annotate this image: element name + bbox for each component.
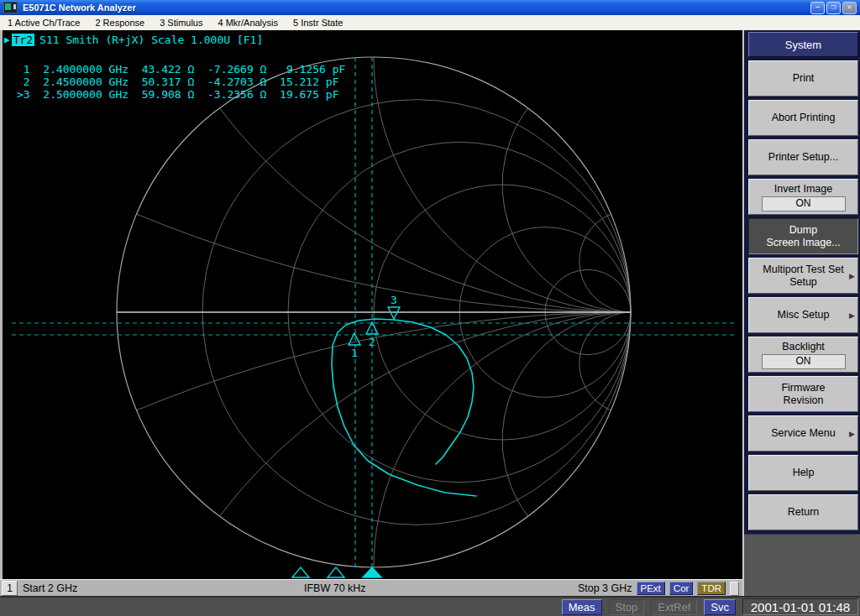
trace-badge[interactable]: Tr2 xyxy=(12,34,34,46)
trace-status-line: ▶ Tr2 S11 Smith (R+jX) Scale 1.000U [F1] xyxy=(4,34,263,46)
softkey-invert-image[interactable]: Invert ImageON xyxy=(748,179,858,215)
softkey-printer-setup[interactable]: Printer Setup... xyxy=(748,139,858,175)
softkey-multiport-test-set-setup[interactable]: Multiport Test SetSetup▶ xyxy=(748,258,858,294)
status-badge-tdr: TDR xyxy=(697,582,726,595)
titlebar: E5071C Network Analyzer − ❐ ✕ xyxy=(0,0,860,15)
softkey-label: Revision xyxy=(784,394,824,407)
instrument-state-extref: ExtRef xyxy=(651,599,697,615)
instrument-state-meas: Meas xyxy=(562,599,602,615)
menu-item-5[interactable]: 5 Instr State xyxy=(286,15,350,30)
marker-readout-table: 1 2.4000000 GHz 43.422 Ω -7.2669 Ω 9.125… xyxy=(17,63,345,101)
softkey-label: Print xyxy=(793,72,815,85)
status-right-group: Stop 3 GHz PExtCorTDR xyxy=(578,582,739,596)
submenu-arrow-icon: ▶ xyxy=(849,269,855,282)
trace-format-label: S11 Smith (R+jX) Scale 1.000U [F1] xyxy=(39,34,263,46)
softkey-dump-screen-image[interactable]: DumpScreen Image... xyxy=(748,218,858,254)
active-trace-arrow-icon: ▶ xyxy=(4,34,10,45)
marker-1-label: 1 xyxy=(351,347,358,359)
softkey-menu-title: System xyxy=(748,32,858,57)
menu-item-1[interactable]: 1 Active Ch/Trace xyxy=(0,15,87,30)
stimulus-marker xyxy=(292,567,309,577)
softkey-label: Multiport Test Set xyxy=(763,264,843,276)
softkey-label: Misc Setup xyxy=(778,309,830,321)
submenu-arrow-icon: ▶ xyxy=(849,309,855,321)
softkey-label: Abort Printing xyxy=(772,112,836,124)
softkey-value-box: ON xyxy=(762,196,846,211)
marker-row: >3 2.5000000 GHz 59.908 Ω -3.2356 Ω 19.6… xyxy=(17,88,345,101)
instrument-state-stop: Stop xyxy=(609,599,645,615)
start-frequency-label: Start 2 GHz xyxy=(23,582,77,594)
minimize-button[interactable]: − xyxy=(810,2,825,14)
ifbw-label: IFBW 70 kHz xyxy=(304,582,366,594)
window-title: E5071C Network Analyzer xyxy=(23,3,136,13)
status-badge-pext: PExt xyxy=(637,582,665,595)
softkey-value-box: ON xyxy=(762,354,846,369)
softkey-print[interactable]: Print xyxy=(748,60,858,97)
softkey-backlight[interactable]: BacklightON xyxy=(748,337,858,373)
softkey-label: Help xyxy=(793,467,815,479)
softkey-label: Dump xyxy=(789,224,817,237)
marker-row: 2 2.4500000 GHz 50.317 Ω -4.2703 Ω 15.21… xyxy=(17,76,345,88)
marker-row: 1 2.4000000 GHz 43.422 Ω -7.2669 Ω 9.125… xyxy=(17,63,345,76)
channel-status-bar: 1 Start 2 GHz IFBW 70 kHz Stop 3 GHz PEx… xyxy=(0,579,742,597)
softkey-help[interactable]: Help xyxy=(748,455,858,491)
softkey-label: Invert Image xyxy=(774,183,832,196)
softkey-abort-printing[interactable]: Abort Printing xyxy=(748,100,858,136)
softkey-label: Printer Setup... xyxy=(768,151,838,164)
softkey-label: Firmware xyxy=(781,382,825,394)
softkey-return[interactable]: Return xyxy=(748,494,858,530)
smith-chart: 123 xyxy=(0,30,742,579)
menu-item-4[interactable]: 4 Mkr/Analysis xyxy=(210,15,286,30)
menu-item-3[interactable]: 3 Stimulus xyxy=(152,15,210,30)
softkey-firmware-revision[interactable]: FirmwareRevision xyxy=(748,376,858,412)
active-stimulus-marker xyxy=(363,567,381,577)
screen-left-edge xyxy=(0,30,3,579)
stimulus-marker xyxy=(328,567,344,577)
softkey-label: Return xyxy=(788,506,820,519)
window-controls: − ❐ ✕ xyxy=(810,2,857,14)
app-icon xyxy=(3,2,18,13)
stop-frequency-label: Stop 3 GHz xyxy=(578,582,632,594)
instrument-status-bar: MeasStopExtRefSvc 2001-01-01 01:48 xyxy=(0,596,860,616)
instrument-screen: E5071C Network Analyzer − ❐ ✕ 1 Active C… xyxy=(0,0,860,616)
datetime-display: 2001-01-01 01:48 xyxy=(742,598,858,615)
menu-bar: 1 Active Ch/Trace2 Response3 Stimulus4 M… xyxy=(0,15,860,31)
status-badge-cor: Cor xyxy=(669,582,694,595)
marker-3-symbol xyxy=(388,307,400,319)
menu-item-2[interactable]: 2 Response xyxy=(87,15,152,30)
close-button[interactable]: ✕ xyxy=(842,2,857,14)
status-end-box xyxy=(730,582,739,596)
display-area: 123 ▶ Tr2 S11 Smith (R+jX) Scale 1.000U … xyxy=(0,30,742,579)
softkey-label: Service Menu xyxy=(771,427,835,440)
softkey-filler xyxy=(744,534,860,596)
softkey-service-menu[interactable]: Service Menu▶ xyxy=(748,415,858,452)
submenu-arrow-icon: ▶ xyxy=(849,427,855,440)
softkey-label: Backlight xyxy=(782,341,825,353)
instrument-state-svc: Svc xyxy=(704,599,736,615)
softkey-misc-setup[interactable]: Misc Setup▶ xyxy=(748,297,858,333)
softkey-label: Setup xyxy=(789,276,817,289)
restore-button[interactable]: ❐ xyxy=(826,2,841,14)
softkey-label: Screen Image... xyxy=(766,237,840,249)
channel-number-box: 1 xyxy=(2,581,18,596)
softkey-panel: System PrintAbort PrintingPrinter Setup.… xyxy=(742,30,860,596)
marker-2-label: 2 xyxy=(369,336,375,348)
marker-3-label: 3 xyxy=(391,294,397,306)
